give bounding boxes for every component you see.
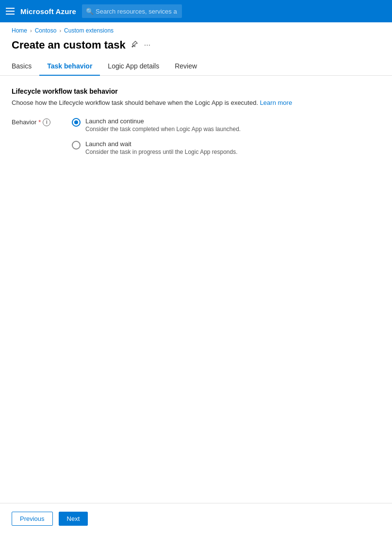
info-icon[interactable]: i	[43, 118, 50, 126]
page-title: Create an custom task	[12, 39, 126, 51]
radio-button-launch-continue[interactable]	[72, 118, 81, 127]
search-input[interactable]	[82, 4, 182, 18]
pin-icon[interactable]	[131, 40, 138, 50]
top-navigation-bar: Microsoft Azure 🔍	[0, 0, 392, 22]
section-description: Choose how the Lifecycle workflow task s…	[12, 98, 380, 108]
radio-desc-launch-continue: Consider the task completed when Logic A…	[85, 126, 241, 133]
previous-button[interactable]: Previous	[12, 512, 53, 526]
page-title-row: Create an custom task ···	[0, 37, 392, 57]
footer-bar: Previous Next	[0, 503, 392, 534]
breadcrumb: Home › Contoso › Custom extensions	[0, 22, 392, 37]
svg-rect-2	[6, 14, 15, 15]
search-wrapper: 🔍	[82, 4, 286, 18]
section-title: Lifecycle workflow task behavior	[12, 87, 380, 95]
breadcrumb-contoso[interactable]: Contoso	[35, 27, 57, 34]
more-options-icon[interactable]: ···	[144, 41, 150, 50]
radio-label-launch-wait: Launch and wait	[85, 140, 238, 148]
radio-text-launch-wait: Launch and wait Consider the task in pro…	[85, 140, 238, 155]
next-button[interactable]: Next	[59, 512, 88, 526]
radio-option-launch-continue[interactable]: Launch and continue Consider the task co…	[72, 117, 241, 133]
radio-desc-launch-wait: Consider the task in progress until the …	[85, 149, 238, 155]
radio-options: Launch and continue Consider the task co…	[72, 117, 241, 155]
radio-button-launch-wait[interactable]	[72, 141, 81, 150]
form-area: Lifecycle workflow task behavior Choose …	[0, 76, 392, 503]
tab-review[interactable]: Review	[167, 57, 205, 76]
breadcrumb-custom-extensions[interactable]: Custom extensions	[64, 27, 114, 34]
radio-text-launch-continue: Launch and continue Consider the task co…	[85, 117, 241, 133]
learn-more-link[interactable]: Learn more	[260, 99, 292, 106]
tab-task-behavior[interactable]: Task behavior	[39, 57, 100, 76]
radio-option-launch-wait[interactable]: Launch and wait Consider the task in pro…	[72, 140, 241, 155]
tab-logic-app-details[interactable]: Logic App details	[100, 57, 167, 76]
breadcrumb-sep-1: ›	[30, 28, 32, 33]
behavior-label-text: Behavior	[12, 118, 36, 126]
svg-rect-0	[6, 8, 15, 9]
required-star: *	[38, 118, 41, 126]
tabs-bar: Basics Task behavior Logic App details R…	[0, 57, 392, 76]
tab-basics[interactable]: Basics	[12, 57, 39, 76]
svg-rect-1	[6, 11, 15, 12]
hamburger-menu-icon[interactable]	[6, 8, 15, 15]
behavior-row: Behavior * i Launch and continue Conside…	[12, 117, 380, 155]
behavior-label: Behavior * i	[12, 117, 60, 126]
main-content: Home › Contoso › Custom extensions Creat…	[0, 22, 392, 534]
breadcrumb-sep-2: ›	[59, 28, 61, 33]
section-description-text: Choose how the Lifecycle workflow task s…	[12, 99, 260, 106]
radio-label-launch-continue: Launch and continue	[85, 117, 241, 125]
app-title: Microsoft Azure	[20, 7, 76, 16]
breadcrumb-home[interactable]: Home	[12, 27, 27, 34]
